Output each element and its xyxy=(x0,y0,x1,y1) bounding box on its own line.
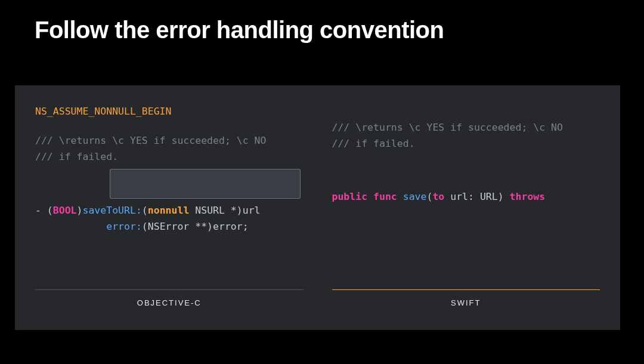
objc-column: NS_ASSUME_NONNULL_BEGIN /// \returns \c … xyxy=(35,103,304,312)
code-panel: NS_ASSUME_NONNULL_BEGIN /// \returns \c … xyxy=(15,85,620,330)
swift-label: SWIFT xyxy=(332,289,600,307)
macro-line: NS_ASSUME_NONNULL_BEGIN xyxy=(35,103,304,119)
edit-highlight-box xyxy=(110,169,301,199)
language-labels-row: OBJECTIVE-C SWIFT xyxy=(35,289,600,307)
swift-comment-line2: /// if failed. xyxy=(332,135,600,152)
objc-comment-line1: /// \returns \c YES if succeeded; \c NO xyxy=(35,132,304,149)
objc-comment-line2: /// if failed. xyxy=(35,149,304,165)
objc-signature: - (BOOL)saveToURL:(nonnull NSURL *)url e… xyxy=(35,202,304,235)
objc-label: OBJECTIVE-C xyxy=(35,289,304,307)
swift-column: /// \returns \c YES if succeeded; \c NO … xyxy=(332,103,600,312)
swift-signature: public func save(to url: URL) throws xyxy=(332,189,600,205)
swift-comment-line1: /// \returns \c YES if succeeded; \c NO xyxy=(332,119,600,135)
slide-title: Follow the error handling convention xyxy=(0,0,644,51)
